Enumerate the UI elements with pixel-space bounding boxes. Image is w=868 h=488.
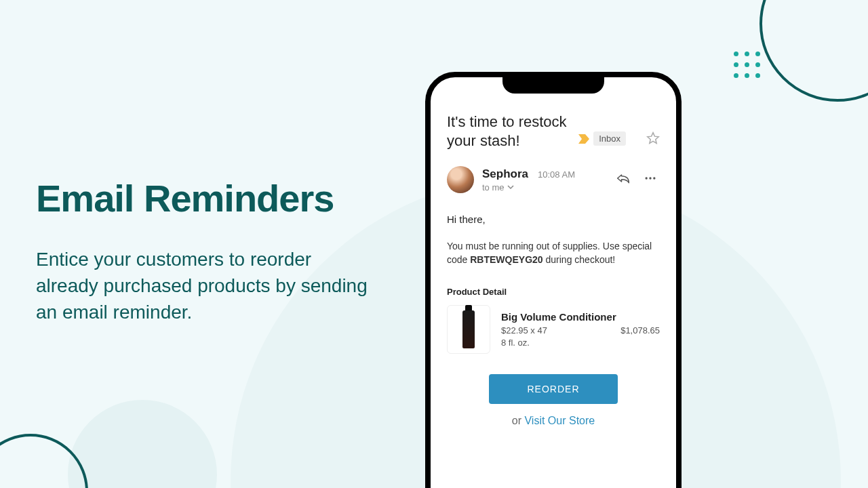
- more-button[interactable]: [641, 169, 660, 190]
- bottle-icon: [462, 310, 475, 348]
- phone-mockup: It's time to restock your stash! Inbox S…: [425, 72, 682, 488]
- phone-notch: [502, 77, 604, 94]
- label-arrow-icon: [578, 134, 589, 144]
- svg-point-0: [646, 177, 648, 179]
- product-size: 8 fl. oz.: [501, 338, 660, 348]
- email-app-screen: It's time to restock your stash! Inbox S…: [431, 77, 676, 488]
- product-unit-price: $22.95 x 47: [501, 325, 547, 336]
- reorder-button[interactable]: REORDER: [489, 374, 618, 404]
- page-description: Entice your customers to reorder already…: [36, 246, 375, 326]
- inbox-badge[interactable]: Inbox: [593, 131, 626, 146]
- more-horizontal-icon: [644, 172, 657, 184]
- recipient-dropdown[interactable]: to me: [482, 182, 606, 192]
- recipient-label: to me: [482, 182, 505, 192]
- product-detail-header: Product Detail: [447, 287, 660, 297]
- body-after-code: during checkout!: [543, 254, 616, 265]
- email-body: You must be running out of supplies. Use…: [447, 240, 660, 266]
- promo-code: RBTEWQEYG20: [470, 254, 542, 265]
- product-name: Big Volume Conditioner: [501, 311, 660, 323]
- or-label: or: [512, 415, 525, 426]
- inbox-label-area: Inbox: [578, 131, 626, 146]
- product-image: [447, 305, 490, 354]
- product-info: Big Volume Conditioner $22.95 x 47 $1,07…: [501, 311, 660, 348]
- sender-name: Sephora: [482, 167, 528, 181]
- decorative-circle-bg-left: [68, 400, 217, 488]
- reply-icon: [616, 172, 630, 184]
- chevron-down-icon: [507, 184, 514, 190]
- star-button[interactable]: [646, 131, 660, 148]
- sender-row: Sephora 10:08 AM to me: [447, 166, 660, 193]
- decorative-dots-icon: [734, 52, 761, 79]
- marketing-copy: Email Reminders Entice your customers to…: [36, 176, 375, 326]
- star-icon: [646, 131, 660, 145]
- sender-time: 10:08 AM: [538, 169, 575, 180]
- visit-store-link[interactable]: Visit Our Store: [524, 415, 595, 426]
- reply-button[interactable]: [614, 169, 633, 190]
- product-total: $1,078.65: [620, 325, 660, 336]
- decorative-ring-top: [760, 0, 868, 102]
- product-row: Big Volume Conditioner $22.95 x 47 $1,07…: [447, 305, 660, 354]
- sender-info: Sephora 10:08 AM to me: [482, 167, 606, 192]
- sender-avatar[interactable]: [447, 166, 474, 193]
- page-title: Email Reminders: [36, 176, 375, 220]
- svg-point-1: [649, 177, 651, 179]
- email-subject-row: It's time to restock your stash! Inbox: [447, 113, 660, 150]
- visit-store-row: or Visit Our Store: [447, 415, 660, 427]
- product-price-row: $22.95 x 47 $1,078.65: [501, 325, 660, 336]
- email-subject: It's time to restock your stash!: [447, 113, 578, 150]
- svg-point-2: [653, 177, 655, 179]
- email-greeting: Hi there,: [447, 214, 660, 225]
